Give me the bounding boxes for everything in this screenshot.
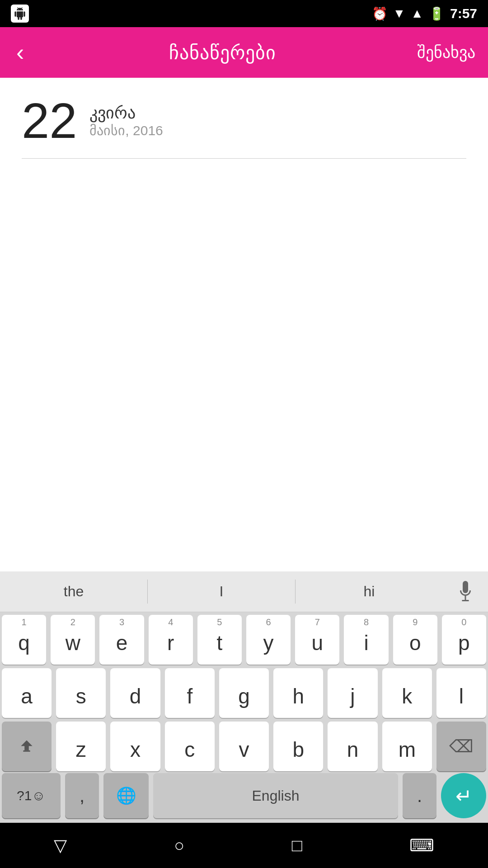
key-e[interactable]: 3e	[99, 615, 144, 665]
shift-button[interactable]	[2, 722, 52, 771]
globe-icon: 🌐	[116, 786, 136, 805]
language-button[interactable]: English	[153, 773, 398, 818]
key-b[interactable]: b	[273, 722, 323, 771]
key-c[interactable]: c	[165, 722, 215, 771]
date-month-year: მაისი, 2016	[89, 123, 163, 138]
date-day-number: 22	[22, 96, 77, 146]
back-button[interactable]: ‹	[13, 35, 28, 70]
save-button[interactable]: შენახვა	[417, 43, 475, 62]
content-area: 22 კვირა მაისი, 2016	[0, 78, 488, 571]
key-h[interactable]: h	[273, 668, 323, 718]
key-t[interactable]: 5t	[197, 615, 242, 665]
key-row-3: z x c v b n m ⌫	[2, 722, 486, 771]
svg-rect-0	[463, 581, 468, 593]
keyboard-rows: 1q 2w 3e 4r 5t 6y 7u 8i 9o 0p a s d f g …	[0, 612, 488, 773]
key-s[interactable]: s	[56, 668, 106, 718]
suggestion-the[interactable]: the	[0, 571, 147, 612]
key-r[interactable]: 4r	[149, 615, 193, 665]
status-time: 7:57	[450, 6, 477, 21]
android-icon	[11, 5, 29, 23]
key-m[interactable]: m	[382, 722, 432, 771]
status-bar-right: ⏰ ▼ ▲ 🔋 7:57	[372, 6, 477, 21]
home-nav-button[interactable]: ○	[174, 836, 184, 855]
back-nav-button[interactable]: ▽	[54, 835, 67, 855]
date-info: კვირა მაისი, 2016	[89, 104, 163, 138]
key-i[interactable]: 8i	[344, 615, 388, 665]
comma-key[interactable]: ,	[65, 773, 99, 818]
period-key[interactable]: .	[403, 773, 436, 818]
suggestion-I[interactable]: I	[148, 571, 295, 612]
enter-button[interactable]: ↵	[441, 773, 486, 818]
key-v[interactable]: v	[219, 722, 269, 771]
date-header: 22 კვირა მაისი, 2016	[22, 96, 466, 146]
status-bar: ⏰ ▼ ▲ 🔋 7:57	[0, 0, 488, 27]
key-row-1: 1q 2w 3e 4r 5t 6y 7u 8i 9o 0p	[2, 615, 486, 665]
battery-icon: 🔋	[429, 6, 445, 21]
date-day-name: კვირა	[89, 104, 163, 123]
key-g[interactable]: g	[219, 668, 269, 718]
key-row-2: a s d f g h j k l	[2, 668, 486, 718]
suggestions-row: the I hi	[0, 571, 488, 612]
recent-nav-button[interactable]: □	[292, 836, 302, 855]
svg-rect-2	[462, 600, 469, 601]
key-d[interactable]: d	[110, 668, 160, 718]
svg-rect-3	[23, 750, 30, 751]
key-o[interactable]: 9o	[393, 615, 437, 665]
signal-icon: ▲	[411, 6, 423, 21]
status-bar-left	[11, 5, 29, 23]
alarm-icon: ⏰	[372, 6, 388, 21]
key-y[interactable]: 6y	[246, 615, 291, 665]
key-j[interactable]: j	[328, 668, 377, 718]
suggestion-hi[interactable]: hi	[296, 571, 443, 612]
symbols-button[interactable]: ?1☺	[2, 773, 61, 818]
globe-button[interactable]: 🌐	[103, 773, 149, 818]
key-q[interactable]: 1q	[2, 615, 46, 665]
key-l[interactable]: l	[436, 668, 486, 718]
key-k[interactable]: k	[382, 668, 432, 718]
key-x[interactable]: x	[110, 722, 160, 771]
key-p[interactable]: 0p	[442, 615, 486, 665]
app-bar: ‹ ჩანაწერები შენახვა	[0, 27, 488, 78]
key-w[interactable]: 2w	[51, 615, 95, 665]
enter-icon: ↵	[455, 784, 472, 807]
app-title: ჩანაწერები	[169, 42, 276, 64]
key-f[interactable]: f	[165, 668, 215, 718]
wifi-icon: ▼	[393, 6, 406, 21]
key-z[interactable]: z	[56, 722, 106, 771]
svg-rect-1	[465, 596, 466, 600]
keyboard: the I hi 1q 2w 3e 4r 5t 6y 7u	[0, 571, 488, 823]
nav-bar: ▽ ○ □ ⌨	[0, 823, 488, 868]
key-a[interactable]: a	[2, 668, 52, 718]
keyboard-nav-button[interactable]: ⌨	[409, 835, 434, 855]
mic-button[interactable]	[443, 581, 488, 603]
keyboard-bottom-row: ?1☺ , 🌐 English . ↵	[0, 773, 488, 823]
key-u[interactable]: 7u	[295, 615, 339, 665]
backspace-button[interactable]: ⌫	[436, 722, 486, 771]
note-input[interactable]	[22, 159, 466, 571]
key-n[interactable]: n	[328, 722, 377, 771]
